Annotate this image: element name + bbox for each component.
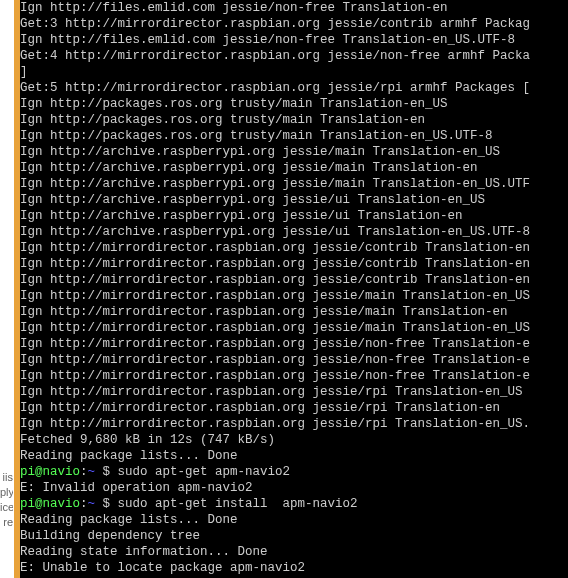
left-fragment: re (0, 515, 13, 530)
terminal-output-line: Ign http://archive.raspberrypi.org jessi… (20, 160, 568, 176)
page-left-fragments: iis ply ice re (0, 470, 14, 530)
terminal-output-line: E: Invalid operation apm-navio2 (20, 480, 568, 496)
prompt-sep: : (80, 497, 88, 511)
terminal-prompt-line: pi@navio:~ $ sudo apt-get install apm-na… (20, 496, 568, 512)
terminal-output-line: Reading package lists... Done (20, 448, 568, 464)
terminal-output-line: Ign http://archive.raspberrypi.org jessi… (20, 144, 568, 160)
prompt-command: sudo apt-get apm-navio2 (110, 465, 290, 479)
left-fragment: ply (0, 485, 13, 500)
prompt-symbol: $ (103, 497, 111, 511)
terminal-output-line: Ign http://files.emlid.com jessie/non-fr… (20, 0, 568, 16)
terminal-output-line: Building dependency tree (20, 528, 568, 544)
terminal-output-line: Ign http://archive.raspberrypi.org jessi… (20, 208, 568, 224)
terminal-output-line: Ign http://mirrordirector.raspbian.org j… (20, 320, 568, 336)
prompt-symbol: $ (103, 465, 111, 479)
terminal-output-line: Ign http://mirrordirector.raspbian.org j… (20, 288, 568, 304)
terminal-output-line: Ign http://packages.ros.org trusty/main … (20, 112, 568, 128)
terminal-output-line: ] (20, 64, 568, 80)
terminal-output-line: Ign http://packages.ros.org trusty/main … (20, 96, 568, 112)
terminal-output-line: Get:3 http://mirrordirector.raspbian.org… (20, 16, 568, 32)
prompt-sep: : (80, 465, 88, 479)
terminal-output-line: E: Unable to locate package apm-navio2 (20, 560, 568, 576)
terminal-output-line: Reading state information... Done (20, 544, 568, 560)
terminal-output-line: Ign http://mirrordirector.raspbian.org j… (20, 304, 568, 320)
terminal-output-line: Ign http://archive.raspberrypi.org jessi… (20, 224, 568, 240)
terminal-output-line: Ign http://mirrordirector.raspbian.org j… (20, 256, 568, 272)
terminal-output-line: Ign http://mirrordirector.raspbian.org j… (20, 352, 568, 368)
left-fragment: iis (0, 470, 13, 485)
terminal-output-line: Ign http://packages.ros.org trusty/main … (20, 128, 568, 144)
prompt-path: ~ (88, 497, 103, 511)
terminal-output-line: Ign http://files.emlid.com jessie/non-fr… (20, 32, 568, 48)
terminal-prompt-line: pi@navio:~ $ sudo apt-get apm-navio2 (20, 464, 568, 480)
terminal-output-line: Ign http://mirrordirector.raspbian.org j… (20, 240, 568, 256)
terminal-output-line: Reading package lists... Done (20, 512, 568, 528)
terminal-output-line: Ign http://mirrordirector.raspbian.org j… (20, 416, 568, 432)
terminal-output[interactable]: Ign http://files.emlid.com jessie/non-fr… (20, 0, 568, 578)
terminal-output-line: Fetched 9,680 kB in 12s (747 kB/s) (20, 432, 568, 448)
terminal-output-line: Ign http://mirrordirector.raspbian.org j… (20, 384, 568, 400)
terminal-output-line: Get:5 http://mirrordirector.raspbian.org… (20, 80, 568, 96)
prompt-user: pi@navio (20, 465, 80, 479)
left-fragment: ice (0, 500, 13, 515)
terminal-output-line: Ign http://mirrordirector.raspbian.org j… (20, 400, 568, 416)
terminal-output-line: Get:4 http://mirrordirector.raspbian.org… (20, 48, 568, 64)
terminal-output-line: Ign http://archive.raspberrypi.org jessi… (20, 176, 568, 192)
prompt-command: sudo apt-get install apm-navio2 (110, 497, 358, 511)
terminal-output-line: Ign http://mirrordirector.raspbian.org j… (20, 368, 568, 384)
terminal-output-line: Ign http://archive.raspberrypi.org jessi… (20, 192, 568, 208)
terminal-output-line: Ign http://mirrordirector.raspbian.org j… (20, 336, 568, 352)
terminal-output-line: Ign http://mirrordirector.raspbian.org j… (20, 272, 568, 288)
prompt-user: pi@navio (20, 497, 80, 511)
prompt-path: ~ (88, 465, 103, 479)
